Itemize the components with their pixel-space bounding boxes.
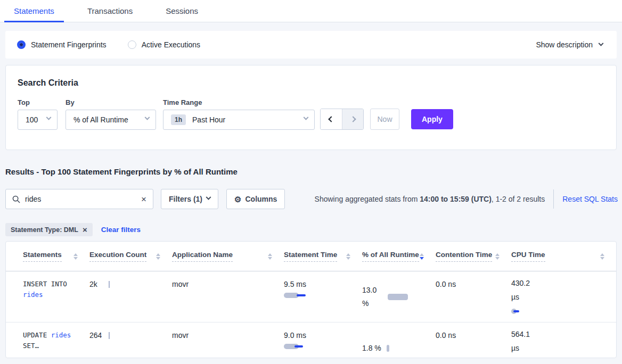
radio-label: Active Executions: [142, 40, 201, 49]
radio-active-executions[interactable]: Active Executions: [128, 40, 201, 49]
time-range-select[interactable]: 1h Past Hour: [163, 110, 315, 130]
sort-arrows-icon[interactable]: [156, 253, 160, 260]
statement-link[interactable]: rides: [51, 331, 71, 339]
chip-close-icon[interactable]: ×: [83, 226, 87, 234]
tab-transactions[interactable]: Transactions: [78, 0, 142, 22]
statement-link[interactable]: rides: [23, 291, 43, 299]
time-back-button[interactable]: [321, 109, 342, 129]
percent-runtime-bar: [387, 345, 389, 352]
table-row: UPDATE rides SET…264movr9.0 ms1.8 %0.0 n…: [6, 322, 616, 358]
stats-range: 14:00 to 15:59 (UTC): [420, 195, 492, 203]
reset-sql-stats-link[interactable]: Reset SQL Stats: [562, 195, 618, 203]
time-range-label: Time Range: [163, 98, 315, 106]
percent-runtime-cell: 1.8 %: [362, 322, 436, 358]
statement-time-cell: 9.5 ms: [284, 271, 362, 322]
time-shift-arrows: [320, 109, 364, 130]
column-header-label[interactable]: Statements: [23, 251, 62, 262]
filter-chip-statement-type: Statement Type: DML ×: [5, 223, 93, 236]
table-header-row: StatementsExecution CountApplication Nam…: [6, 242, 616, 271]
chevron-down-icon: [46, 115, 52, 120]
execution-count-bar: [109, 332, 110, 339]
search-criteria-form: Top 100 By % of All Runtime Time Range 1…: [18, 98, 604, 130]
top-select[interactable]: 100: [18, 110, 58, 130]
statement-cell[interactable]: UPDATE rides SET…: [23, 322, 77, 358]
statements-table-card: StatementsExecution CountApplication Nam…: [5, 241, 617, 358]
sort-arrows-icon[interactable]: [420, 253, 424, 260]
search-criteria-card: Search Criteria Top 100 By % of All Runt…: [5, 65, 617, 150]
column-header-label[interactable]: CPU Time: [511, 251, 545, 262]
execution-count-value: 2k: [89, 280, 105, 288]
execution-count-value: 264: [89, 331, 105, 340]
execution-count-cell: 264: [89, 322, 172, 358]
gear-icon: ⚙: [234, 195, 241, 203]
radio-statement-fingerprints[interactable]: Statement Fingerprints: [17, 40, 107, 49]
apply-button[interactable]: Apply: [411, 109, 453, 129]
column-header-label[interactable]: Statement Time: [284, 251, 337, 262]
show-description-toggle[interactable]: Show description: [536, 40, 603, 49]
now-button[interactable]: Now: [370, 109, 399, 130]
radio-selected-icon[interactable]: [17, 40, 26, 49]
percent-runtime-cell: 13.0 %: [362, 271, 436, 322]
statement-search-box: ×: [5, 189, 153, 209]
statement-time-cell: 9.0 ms: [284, 322, 362, 358]
chevron-down-icon: [145, 115, 150, 120]
sort-arrows-icon[interactable]: [268, 253, 272, 260]
time-forward-button[interactable]: [342, 109, 363, 129]
top-select-value: 100: [26, 115, 38, 124]
column-header-label[interactable]: Application Name: [172, 251, 233, 262]
percent-runtime-value: 1.8 %: [362, 342, 381, 355]
results-heading: Results - Top 100 Statement Fingerprints…: [5, 167, 617, 176]
search-input[interactable]: [25, 195, 141, 203]
statement-cell[interactable]: INSERT INTO rides: [23, 271, 77, 322]
top-label: Top: [18, 98, 58, 106]
results-controls-row: × Filters (1) ⚙ Columns Showing aggregat…: [5, 189, 618, 209]
time-range-value: Past Hour: [192, 115, 225, 124]
column-header-label[interactable]: % of All Runtime: [362, 251, 419, 262]
execution-count-cell: 2k: [89, 271, 172, 322]
contention-time-cell: 0.0 ns: [436, 271, 511, 322]
stat-bar-chart: [284, 343, 357, 350]
sort-arrows-icon[interactable]: [600, 253, 604, 260]
by-select[interactable]: % of All Runtime: [66, 110, 156, 130]
stats-suffix: , 1-2 of 2 results: [492, 195, 545, 203]
aggregated-stats-text: Showing aggregated stats from 14:00 to 1…: [315, 195, 545, 203]
cpu-time-cell: 564.1 µs: [511, 322, 616, 358]
column-header-label[interactable]: Execution Count: [89, 251, 146, 262]
table-body: INSERT INTO rides2kmovr9.5 ms13.0 %0.0 n…: [6, 271, 616, 358]
chevron-down-icon: [599, 40, 604, 46]
by-select-value: % of All Runtime: [73, 115, 128, 124]
cpu-time-value: 564.1 µs: [511, 328, 535, 355]
percent-runtime-bar: [388, 294, 408, 300]
columns-button[interactable]: ⚙ Columns: [226, 189, 285, 209]
filters-button[interactable]: Filters (1): [161, 189, 218, 209]
chevron-right-icon: [350, 116, 356, 122]
cpu-time-cell: 430.2 µs: [511, 271, 616, 322]
search-criteria-title: Search Criteria: [18, 78, 604, 88]
view-toggle-bar: Statement Fingerprints Active Executions…: [5, 31, 617, 59]
statement-time-value: 9.0 ms: [284, 331, 357, 340]
divider: [553, 189, 554, 209]
sort-arrows-icon[interactable]: [495, 253, 500, 260]
sort-arrows-icon[interactable]: [73, 253, 78, 260]
column-header: Statement Time: [284, 251, 362, 262]
tab-sessions[interactable]: Sessions: [156, 0, 208, 22]
search-icon: [12, 195, 20, 203]
table-row: INSERT INTO rides2kmovr9.5 ms13.0 %0.0 n…: [6, 271, 616, 322]
percent-runtime-value: 13.0 %: [362, 284, 382, 310]
search-clear-icon[interactable]: ×: [141, 195, 146, 204]
sort-arrows-icon[interactable]: [346, 253, 350, 260]
radio-unselected-icon[interactable]: [128, 40, 136, 49]
column-header: Execution Count: [89, 251, 172, 262]
execution-count-bar: [109, 281, 110, 288]
by-label: By: [66, 98, 156, 106]
tab-statements[interactable]: Statements: [4, 0, 64, 22]
column-header: Application Name: [172, 251, 284, 262]
clear-filters-link[interactable]: Clear filters: [101, 226, 141, 234]
column-header: CPU Time: [511, 251, 616, 262]
application-name-cell: movr: [172, 271, 284, 322]
radio-label: Statement Fingerprints: [31, 40, 107, 49]
statement-time-value: 9.5 ms: [284, 280, 357, 288]
tab-bar: Statements Transactions Sessions: [0, 0, 622, 22]
stats-prefix: Showing aggregated stats from: [315, 195, 420, 203]
column-header-label[interactable]: Contention Time: [436, 251, 492, 262]
